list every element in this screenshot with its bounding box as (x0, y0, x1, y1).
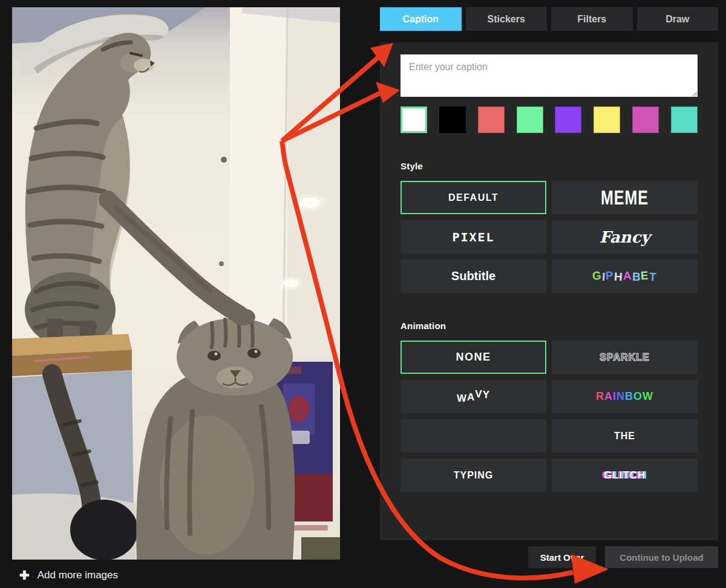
tab-draw[interactable]: Draw (637, 7, 719, 31)
style-option-giphabet[interactable]: GIPHABET (552, 260, 698, 293)
animation-option-glitch[interactable]: GLITCH (552, 459, 698, 492)
style-option-label: GIPHABET (592, 270, 656, 283)
style-option-label: DEFAULT (448, 192, 499, 203)
style-option-subtitle[interactable]: Subtitle (401, 260, 546, 293)
cat-scene-illustration (12, 7, 340, 560)
color-swatch-teal[interactable] (671, 106, 698, 133)
animation-option-none[interactable]: NONE (401, 341, 546, 374)
animation-option-blank[interactable] (401, 419, 546, 452)
animation-options-grid: NONE SPARKLE WAVY RAINBOW THE TYPING GLI… (401, 341, 698, 492)
style-option-label: Fancy (600, 228, 650, 246)
animation-option-the[interactable]: THE (552, 419, 698, 452)
add-more-images-label: Add more images (38, 569, 118, 581)
tab-caption[interactable]: Caption (380, 7, 462, 31)
animation-option-rainbow[interactable]: RAINBOW (552, 380, 698, 413)
color-swatch-magenta[interactable] (632, 106, 659, 133)
style-option-pixel[interactable]: PIXEL (401, 220, 546, 253)
animation-option-label: WAVY (457, 391, 490, 403)
animation-option-sparkle[interactable]: SPARKLE (552, 341, 698, 374)
color-swatch-black[interactable] (439, 106, 466, 133)
animation-option-label: SPARKLE (600, 352, 649, 363)
start-over-button[interactable]: Start Over (528, 546, 596, 568)
animation-option-label: RAINBOW (596, 390, 653, 403)
animation-option-label: TYPING (454, 470, 494, 481)
add-more-images-button[interactable]: ✚ Add more images (19, 566, 118, 584)
animation-option-label: THE (614, 431, 635, 442)
animation-option-typing[interactable]: TYPING (401, 459, 546, 492)
color-swatch-yellow[interactable] (594, 106, 620, 133)
color-swatch-white[interactable] (401, 106, 427, 133)
animation-section-label: Animation (401, 321, 698, 331)
caption-panel: Style DEFAULT MEME PIXEL Fancy Subtitle … (380, 42, 718, 540)
style-option-label: PIXEL (452, 230, 494, 244)
animation-option-label: NONE (456, 351, 491, 364)
color-swatch-purple[interactable] (555, 106, 581, 133)
animation-option-wavy[interactable]: WAVY (401, 380, 546, 413)
style-option-fancy[interactable]: Fancy (552, 220, 698, 253)
style-options-grid: DEFAULT MEME PIXEL Fancy Subtitle GIPHAB… (401, 181, 698, 293)
caption-color-swatches (401, 106, 698, 133)
style-option-meme[interactable]: MEME (552, 181, 698, 214)
caption-input[interactable] (401, 54, 698, 97)
animation-option-label: GLITCH (604, 469, 646, 482)
gif-preview-image (12, 7, 340, 560)
tab-stickers[interactable]: Stickers (466, 7, 548, 31)
editor-tab-bar: Caption Stickers Filters Draw (380, 7, 718, 31)
color-swatch-green[interactable] (517, 106, 543, 133)
gif-maker-page: ✚ Add more images Caption Stickers Filte… (0, 0, 726, 588)
style-option-label: Subtitle (451, 269, 495, 283)
tab-filters[interactable]: Filters (551, 7, 633, 31)
plus-icon: ✚ (19, 569, 30, 581)
style-section-label: Style (401, 161, 698, 171)
style-option-default[interactable]: DEFAULT (401, 181, 546, 214)
style-option-label: MEME (601, 186, 649, 209)
continue-to-upload-button[interactable]: Continue to Upload (605, 546, 718, 568)
color-swatch-red[interactable] (478, 106, 505, 133)
